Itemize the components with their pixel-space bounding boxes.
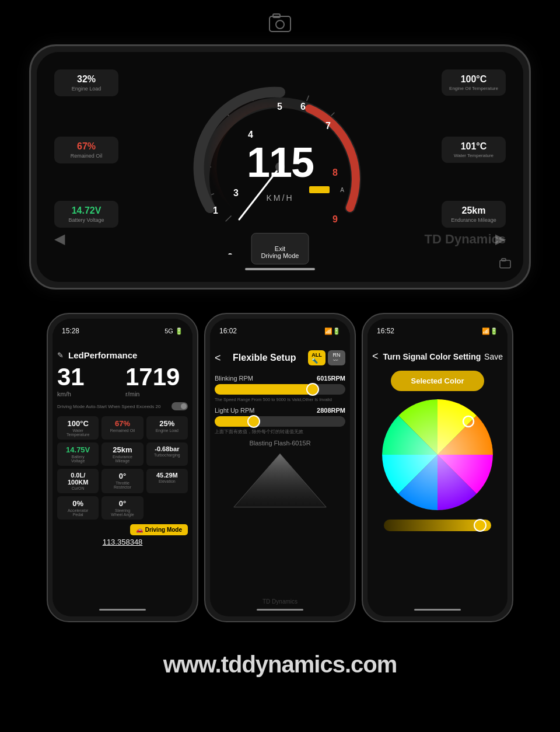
speed-number: 31 bbox=[57, 365, 120, 389]
landscape-phone-inner: 32% Engine Load 67% Remained Oil 14.72V … bbox=[37, 52, 523, 282]
brightness-thumb[interactable] bbox=[474, 519, 487, 532]
metric-steering: 0° SteeringWheel Angle bbox=[102, 496, 143, 520]
selected-color-button[interactable]: Selected Color bbox=[391, 371, 484, 391]
phone3-inner: 16:52 📶🔋 < Turn Signal Color Setting Sav… bbox=[368, 319, 508, 616]
metric-accel-pedal: 0% AcceleratorPedal bbox=[57, 496, 99, 520]
td-watermark: TD Dynamics bbox=[425, 232, 506, 247]
phone2-time: 16:02 bbox=[219, 327, 237, 335]
endurance-mileage-widget: 25km Endurance Mileage bbox=[442, 201, 506, 228]
flex-back-button[interactable]: < bbox=[215, 352, 221, 364]
phone3-status-bar: 16:52 📶🔋 bbox=[368, 319, 508, 343]
blinking-rpm-fill bbox=[215, 384, 313, 395]
metric-consumption: 0.0L/100KM CurON bbox=[57, 469, 99, 493]
metric-throttle: 0° ThrottleRestrictor bbox=[102, 469, 143, 493]
bottom-speed-display: 113.358348 bbox=[57, 538, 188, 546]
color-save-button[interactable]: Save bbox=[484, 352, 503, 361]
metric-water-temp: 100°C WaterTemperature bbox=[57, 416, 99, 440]
brightness-slider[interactable] bbox=[384, 520, 491, 531]
speed-display: 115 bbox=[247, 138, 313, 186]
phone3-signal: 📶🔋 bbox=[482, 327, 498, 335]
blinking-rpm-value: 6015RPM bbox=[317, 375, 345, 382]
rpm-block: 1719 r/min bbox=[125, 365, 188, 398]
color-setting-header: < Turn Signal Color Setting Save bbox=[372, 349, 503, 368]
led-perf-title: LedPerformance bbox=[68, 350, 137, 360]
home-indicator-landscape bbox=[245, 268, 315, 270]
driving-mode-label: Driving Mode bbox=[145, 527, 182, 533]
speed-block: 31 km/h bbox=[57, 365, 120, 398]
footer-url: www.tddynamics.com bbox=[0, 646, 560, 689]
brightness-slider-container bbox=[372, 520, 503, 531]
blinking-rpm-row: Blinking RPM 6015RPM bbox=[215, 375, 345, 382]
light-up-thumb[interactable] bbox=[247, 415, 260, 428]
triangle-visualization bbox=[215, 451, 345, 510]
light-up-rpm-row: Light Up RPM 2808RPM bbox=[215, 407, 345, 414]
svg-text:7: 7 bbox=[326, 121, 331, 131]
phone2-content: < Flexible Setup ALL🔦 RN〰 Blinking RPM 6… bbox=[210, 344, 350, 616]
metric-endurance: 25km EnduranceMileage bbox=[102, 442, 143, 466]
driving-mode-row: 🚗 Driving Mode bbox=[57, 524, 188, 535]
driving-mode-icon: 🚗 bbox=[136, 527, 143, 533]
phone2-side-button[interactable] bbox=[355, 372, 356, 402]
phone2-signal: 📶🔋 bbox=[324, 327, 341, 335]
color-back-button[interactable]: < bbox=[372, 350, 379, 362]
flex-setup-title: Flexible Setup bbox=[226, 353, 303, 363]
dashboard-screen: 32% Engine Load 67% Remained Oil 14.72V … bbox=[37, 52, 523, 282]
screenshot-icon-landscape bbox=[499, 257, 512, 273]
speed-unit-label: km/h bbox=[57, 391, 120, 398]
toggle-label: Driving Mode Auto-Start When Speed Excee… bbox=[57, 404, 160, 409]
driving-mode-button[interactable]: 🚗 Driving Mode bbox=[130, 524, 188, 535]
blinking-rpm-thumb[interactable] bbox=[306, 383, 319, 396]
auto-start-toggle[interactable] bbox=[172, 402, 188, 410]
speed-rpm-row: 31 km/h 1719 r/min bbox=[57, 365, 188, 398]
engine-load-widget: 32% Engine Load bbox=[54, 69, 118, 96]
phone2-home-indicator bbox=[257, 609, 303, 611]
landscape-phone: 32% Engine Load 67% Remained Oil 14.72V … bbox=[29, 44, 531, 290]
phone-led-performance: 15:28 5G 🔋 ✎ LedPerformance 31 km/h bbox=[47, 313, 198, 622]
exit-driving-mode-button[interactable]: Exit Driving Mode bbox=[251, 233, 309, 264]
rpm-unit-label: r/min bbox=[125, 391, 188, 398]
phone3-side-button[interactable] bbox=[512, 372, 513, 402]
light-up-slider[interactable] bbox=[215, 416, 345, 427]
flex-icon-run[interactable]: RN〰 bbox=[328, 350, 345, 365]
flex-mode-icons: ALL🔦 RN〰 bbox=[308, 350, 345, 365]
blasting-flash-label: Blasting Flash-6015R bbox=[215, 440, 345, 447]
light-up-note: 上面下面有效值，除外每个灯的转速值无效 bbox=[215, 429, 345, 435]
metric-turbo: -0.68bar Turbocharging bbox=[146, 442, 188, 466]
metric-remained-oil: 67% Remained Oil bbox=[102, 416, 143, 440]
engine-oil-temp-widget: 100°C Engine Oil Temperature bbox=[442, 69, 506, 96]
blinking-rpm-label: Blinking RPM bbox=[215, 375, 253, 382]
color-wheel[interactable] bbox=[382, 399, 493, 510]
phone1-signal: 5G 🔋 bbox=[164, 327, 183, 335]
svg-rect-23 bbox=[500, 260, 510, 268]
svg-text:9: 9 bbox=[332, 214, 338, 224]
phone1-home-indicator bbox=[99, 609, 146, 611]
auto-start-toggle-row: Driving Mode Auto-Start When Speed Excee… bbox=[57, 400, 188, 413]
light-up-label: Light Up RPM bbox=[215, 407, 254, 414]
speedometer: 1 2 3 4 5 6 7 8 9 bbox=[192, 79, 368, 255]
phones-row: 15:28 5G 🔋 ✎ LedPerformance 31 km/h bbox=[0, 313, 560, 622]
svg-rect-0 bbox=[270, 16, 290, 32]
pencil-icon: ✎ bbox=[57, 351, 64, 360]
phone1-content: ✎ LedPerformance 31 km/h 1719 r/min bbox=[52, 344, 192, 616]
phone1-time: 15:28 bbox=[62, 327, 79, 335]
landscape-phone-wrapper: 32% Engine Load 67% Remained Oil 14.72V … bbox=[0, 44, 560, 290]
svg-rect-24 bbox=[502, 259, 506, 261]
flex-icon-all[interactable]: ALL🔦 bbox=[308, 350, 326, 365]
phone2-status-bar: 16:02 📶🔋 bbox=[210, 319, 350, 343]
arrow-left[interactable]: ◀ bbox=[54, 231, 65, 247]
metric-battery-v: 14.75V BatteryVoltage bbox=[57, 442, 99, 466]
color-setting-title: Turn Signal Color Setting bbox=[383, 352, 485, 361]
blinking-rpm-slider[interactable] bbox=[215, 384, 345, 395]
phone2-watermark: TD Dynamics bbox=[262, 598, 298, 605]
svg-text:3: 3 bbox=[233, 188, 239, 198]
metrics-grid: 100°C WaterTemperature 67% Remained Oil … bbox=[57, 416, 188, 520]
metric-elevation: 45.29M Elevation bbox=[146, 469, 188, 493]
svg-point-28 bbox=[382, 399, 493, 510]
svg-point-2 bbox=[276, 20, 284, 29]
phone3-time: 16:52 bbox=[377, 327, 394, 335]
remained-oil-widget: 67% Remained Oil bbox=[54, 137, 118, 163]
speed-unit: KM/H bbox=[267, 193, 294, 203]
phone-color-setting: 16:52 📶🔋 < Turn Signal Color Setting Sav… bbox=[362, 313, 513, 622]
phone1-side-button[interactable] bbox=[197, 372, 198, 402]
flex-setup-header: < Flexible Setup ALL🔦 RN〰 bbox=[215, 349, 345, 371]
